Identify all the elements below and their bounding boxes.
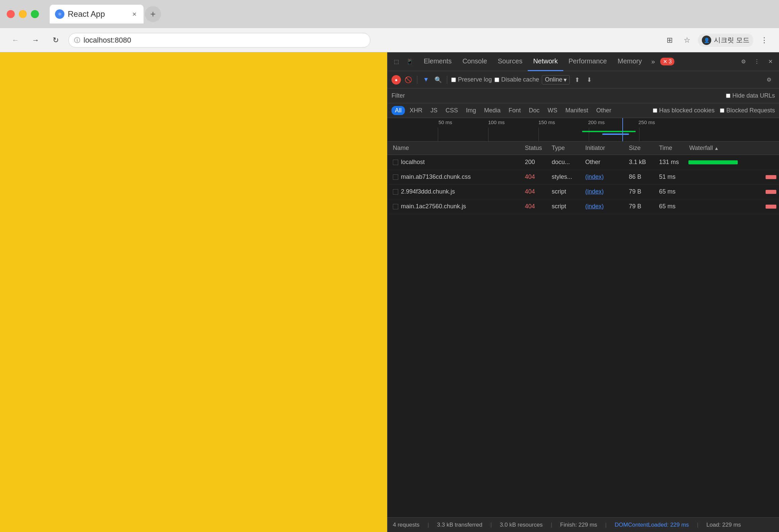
type-filter-manifest[interactable]: Manifest: [562, 106, 591, 115]
inspector-icon[interactable]: ⬚: [390, 56, 402, 68]
throttle-select[interactable]: Online ▾: [542, 75, 570, 85]
table-row[interactable]: localhost 200 docu... Other 3.1 kB 131 m…: [387, 155, 779, 170]
row3-initiator: (index): [582, 188, 626, 195]
bookmark-button[interactable]: ☆: [680, 34, 694, 47]
col-time[interactable]: Time: [656, 145, 686, 152]
devtools-icons: ⬚ 📱: [390, 56, 416, 68]
type-filter-font[interactable]: Font: [505, 106, 524, 115]
type-filter-other[interactable]: Other: [593, 106, 615, 115]
col-waterfall[interactable]: Waterfall ▲: [686, 145, 776, 152]
tab-close-button[interactable]: ✕: [130, 10, 138, 18]
type-filter-all[interactable]: All: [392, 106, 405, 115]
address-text: localhost:8080: [84, 36, 131, 45]
table-row[interactable]: 2.994f3ddd.chunk.js 404 script (index) 7…: [387, 184, 779, 199]
table-row[interactable]: main.1ac27560.chunk.js 404 script (index…: [387, 199, 779, 214]
address-bar[interactable]: ⓘ localhost:8080: [68, 33, 370, 48]
row2-name: main.ab7136cd.chunk.css: [390, 173, 522, 180]
hide-data-urls-checkbox[interactable]: Hide data URLs: [726, 92, 775, 99]
status-resources: 3.0 kB resources: [500, 522, 543, 528]
disable-cache-checkbox[interactable]: Disable cache: [495, 76, 539, 83]
row4-checkbox[interactable]: [393, 204, 398, 209]
col-size[interactable]: Size: [626, 145, 656, 152]
col-name[interactable]: Name: [390, 145, 522, 152]
settings-icon[interactable]: ⚙: [737, 56, 749, 68]
record-button[interactable]: ●: [392, 75, 401, 85]
table-header: Name Status Type Initiator Size Time Wat…: [387, 142, 779, 155]
col-status[interactable]: Status: [522, 145, 549, 152]
row1-checkbox[interactable]: [393, 160, 398, 165]
row3-time: 65 ms: [656, 188, 686, 195]
timeline-label-100ms: 100 ms: [488, 119, 505, 125]
device-toolbar-icon[interactable]: 📱: [404, 56, 416, 68]
traffic-lights: [7, 10, 39, 18]
load-bar: [602, 134, 629, 135]
timeline-tick-50ms: [438, 127, 438, 142]
row2-waterfall-bar: [766, 175, 776, 179]
type-filter-media[interactable]: Media: [481, 106, 504, 115]
forward-button[interactable]: →: [28, 33, 43, 48]
tab-performance[interactable]: Performance: [563, 52, 613, 71]
reload-button[interactable]: ↻: [48, 33, 63, 48]
type-filter-css[interactable]: CSS: [442, 106, 461, 115]
nav-bar: ← → ↻ ⓘ localhost:8080 ⊞ ☆ 👤 시크릿 모드 ⋮: [0, 28, 779, 52]
new-tab-button[interactable]: +: [145, 6, 161, 22]
nav-right: ⊞ ☆ 👤 시크릿 모드 ⋮: [663, 34, 771, 47]
type-filter-ws[interactable]: WS: [544, 106, 561, 115]
row1-size: 3.1 kB: [626, 159, 656, 166]
type-filter-xhr[interactable]: XHR: [406, 106, 426, 115]
row4-waterfall-bar: [766, 205, 776, 209]
error-badge: ✕ 3: [660, 58, 674, 65]
filter-icon[interactable]: ▼: [421, 75, 431, 85]
type-filter-bar: All XHR JS CSS Img Media Font Doc WS Man…: [387, 103, 779, 118]
status-requests: 4 requests: [393, 522, 419, 528]
import-button[interactable]: ⬆: [572, 75, 582, 85]
row2-size: 86 B: [626, 173, 656, 180]
status-dom-content-loaded: DOMContentLoaded: 229 ms: [615, 522, 689, 528]
timeline-cursor: [622, 118, 623, 141]
close-devtools-icon[interactable]: ✕: [764, 56, 776, 68]
close-button[interactable]: [7, 10, 15, 18]
blocked-requests-checkbox[interactable]: Blocked Requests: [720, 107, 775, 114]
row4-type: script: [549, 203, 582, 210]
status-transferred: 3.3 kB transferred: [437, 522, 482, 528]
row2-checkbox[interactable]: [393, 174, 398, 180]
active-tab[interactable]: ⚛ React App ✕: [50, 5, 144, 23]
menu-button[interactable]: ⋮: [758, 34, 771, 47]
more-options-icon[interactable]: ⋮: [751, 56, 763, 68]
tab-title: React App: [68, 9, 105, 19]
row4-initiator: (index): [582, 203, 626, 210]
back-button[interactable]: ←: [8, 33, 23, 48]
type-filter-js[interactable]: JS: [427, 106, 441, 115]
tab-elements[interactable]: Elements: [418, 52, 457, 71]
col-type[interactable]: Type: [549, 145, 582, 152]
tab-console[interactable]: Console: [457, 52, 492, 71]
devtools-tabs: Elements Console Sources Network Perform…: [418, 52, 737, 71]
clear-button[interactable]: 🚫: [404, 75, 413, 85]
table-row[interactable]: main.ab7136cd.chunk.css 404 styles... (i…: [387, 170, 779, 184]
maximize-button[interactable]: [31, 10, 39, 18]
tab-sources[interactable]: Sources: [492, 52, 528, 71]
has-blocked-cookies-checkbox[interactable]: Has blocked cookies: [653, 107, 715, 114]
type-filter-doc[interactable]: Doc: [525, 106, 543, 115]
row1-initiator: Other: [582, 159, 626, 166]
search-icon[interactable]: 🔍: [433, 75, 443, 85]
settings-network-icon[interactable]: ⚙: [763, 74, 775, 86]
tab-network[interactable]: Network: [528, 52, 563, 71]
profile-button[interactable]: 👤 시크릿 모드: [698, 34, 754, 47]
row3-checkbox[interactable]: [393, 189, 398, 195]
sb-sep4: |: [605, 522, 607, 528]
tab-favicon: ⚛: [55, 9, 64, 19]
devtools-toolbar-right: ⚙ ⋮ ✕: [737, 56, 776, 68]
preserve-log-checkbox[interactable]: Preserve log: [451, 76, 492, 83]
minimize-button[interactable]: [19, 10, 27, 18]
sb-sep5: |: [697, 522, 698, 528]
export-button[interactable]: ⬇: [584, 75, 594, 85]
extensions-button[interactable]: ⊞: [663, 34, 676, 47]
sb-sep1: |: [427, 522, 429, 528]
dom-content-loaded-bar: [582, 131, 636, 132]
tab-memory[interactable]: Memory: [612, 52, 647, 71]
type-filter-img[interactable]: Img: [463, 106, 479, 115]
col-initiator[interactable]: Initiator: [582, 145, 626, 152]
row2-time: 51 ms: [656, 173, 686, 180]
more-tabs-button[interactable]: »: [647, 58, 659, 65]
